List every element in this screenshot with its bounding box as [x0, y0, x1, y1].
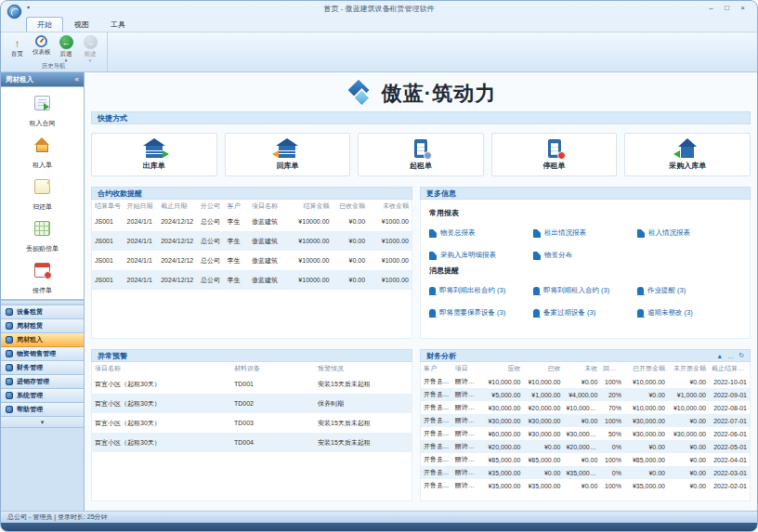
report-link[interactable]: 物资总报表	[429, 228, 533, 238]
shortcut-card[interactable]: 停租单	[491, 133, 618, 176]
cell: ¥10000.00	[287, 270, 333, 290]
sidebar-module-label: 周材租赁	[17, 321, 43, 331]
message-link[interactable]: 逾期未整改 (3)	[637, 308, 741, 318]
cell: 2022-05-01	[709, 440, 750, 453]
message-link[interactable]: 即将需要保养设备 (3)	[429, 308, 533, 318]
sidebar-shortcut[interactable]: 归还单	[1, 179, 84, 213]
column-header[interactable]: 截止日期	[158, 200, 198, 212]
finance-header: 财务分析 ▲ … ↻	[420, 349, 751, 362]
cell: 100%	[600, 414, 624, 427]
sidebar-options-button[interactable]: ▾	[1, 417, 84, 428]
column-header[interactable]: 预警情况	[315, 362, 412, 374]
table-row[interactable]: 开鲁县... 丽诗科... ¥35,000.00 ¥35,000.00 ¥0.0…	[421, 479, 750, 492]
report-link[interactable]: 物资分布	[533, 251, 637, 260]
table-row[interactable]: 开鲁县... 丽诗科... ¥60,000.00 ¥30,000.00 ¥30,…	[421, 427, 750, 440]
shortcut-card[interactable]: 出库单	[91, 133, 217, 176]
ribbon-button[interactable]: 仪表板	[31, 34, 53, 64]
cell: ¥0.00	[668, 414, 709, 427]
table-row[interactable]: 百宜小区（起租30天） TD002 保养到期	[92, 394, 412, 413]
table-row[interactable]: 百宜小区（起租30天） TD003 安装15天后未起租	[92, 413, 412, 433]
cell: 2024/12/12	[158, 231, 198, 251]
more-info-header: 更多信息	[420, 187, 751, 200]
minimize-button[interactable]: –	[704, 3, 718, 14]
column-header[interactable]: 已收	[523, 362, 563, 375]
shortcut-card[interactable]: 起租单	[358, 133, 484, 176]
message-link[interactable]: 即将到期出租合约 (3)	[429, 286, 533, 295]
shortcut-card[interactable]: 回库单	[225, 133, 351, 176]
column-header[interactable]: 未开票金额	[668, 362, 709, 375]
sidebar-module[interactable]: 财务管理	[1, 361, 84, 375]
ribbon-tab[interactable]: 开始	[26, 17, 63, 32]
app-logo-icon[interactable]	[7, 5, 21, 19]
ribbon-button[interactable]: 后退	[56, 34, 77, 64]
column-header[interactable]: 未收金额	[368, 200, 412, 212]
message-link-label: 即将到期租入合约 (3)	[543, 286, 609, 295]
cell: 2024/1/1	[124, 231, 159, 251]
message-link[interactable]: 备案过期设备 (3)	[533, 308, 637, 318]
column-header[interactable]: 客户	[421, 362, 452, 375]
column-header[interactable]: 项目名称	[92, 362, 231, 374]
message-link[interactable]: 作业提醒 (3)	[637, 286, 741, 295]
ribbon-button[interactable]: 首页	[7, 34, 28, 64]
sidebar-shortcut-icon	[34, 263, 50, 278]
sidebar-shortcut[interactable]: 租入单	[1, 137, 84, 171]
table-row[interactable]: JS001 2024/1/1 2024/12/12 总公司 李生 傲蓝建筑 ¥1…	[92, 231, 412, 251]
sidebar-shortcut[interactable]: 丢损赔偿单	[1, 221, 84, 254]
sidebar-module[interactable]: 进销存管理	[1, 375, 84, 389]
sidebar-shortcut[interactable]: 租入合同	[1, 96, 84, 129]
table-row[interactable]: JS001 2024/1/1 2024/12/12 总公司 李生 傲蓝建筑 ¥1…	[92, 251, 412, 270]
table-row[interactable]: 开鲁县... 丽诗科... ¥35,000.00 ¥0.00 ¥35,000.0…	[421, 466, 750, 479]
table-row[interactable]: JS001 2024/1/1 2024/12/12 总公司 李生 傲蓝建筑 ¥1…	[92, 270, 412, 290]
table-row[interactable]: 开鲁县... 丽诗科... ¥30,000.00 ¥30,000.00 ¥0.0…	[421, 414, 750, 427]
column-header[interactable]: 客户	[224, 200, 248, 212]
ribbon-tab[interactable]: 视图	[64, 18, 99, 32]
collapse-sidebar-icon[interactable]: «	[75, 75, 79, 84]
report-link[interactable]: 租出情况报表	[533, 228, 637, 238]
column-header[interactable]: 结算单号	[92, 200, 124, 212]
column-header[interactable]: 结算金额	[287, 200, 333, 212]
sidebar-module[interactable]: 帮助管理	[1, 403, 84, 417]
cell: 0%	[600, 466, 624, 479]
table-row[interactable]: JS001 2024/1/1 2024/12/12 总公司 李生 傲蓝建筑 ¥1…	[92, 212, 412, 231]
title-bar[interactable]: ▾ 首页 - 傲蓝建筑设备租赁管理软件 – □ ×	[1, 1, 757, 17]
table-row[interactable]: 开鲁县... 丽诗科... ¥10,000.00 ¥10,000.00 ¥0.0…	[421, 375, 750, 388]
refresh-icon[interactable]: ↻	[738, 352, 744, 359]
message-link[interactable]: 即将到期租入合约 (3)	[533, 286, 637, 295]
table-row[interactable]: 开鲁县... 丽诗科... ¥20,000.00 ¥0.00 ¥20,000.0…	[421, 440, 750, 453]
table-row[interactable]: 百宜小区（起租30天） TD004 安装15天后未起租	[92, 433, 412, 452]
cell: 丽诗科...	[452, 479, 482, 492]
sidebar-module[interactable]: 设备租赁	[1, 305, 84, 319]
column-header[interactable]: 回款率	[600, 362, 624, 375]
sidebar-shortcut[interactable]: 报停单	[1, 263, 84, 296]
ribbon-tab[interactable]: 工具	[100, 18, 136, 32]
column-header[interactable]: 应收	[481, 362, 523, 375]
table-row[interactable]: 开鲁县... 丽诗科... ¥30,000.00 ¥20,000.00 ¥10,…	[421, 401, 750, 414]
shortcut-card-icon	[542, 138, 567, 158]
column-header[interactable]: 开始日期	[124, 200, 159, 212]
sidebar-module[interactable]: 周材租赁	[1, 319, 84, 333]
table-row[interactable]: 开鲁县... 丽诗科... ¥5,000.00 ¥1,000.00 ¥4,000…	[421, 388, 750, 401]
collapse-panel-icon[interactable]: ▲	[716, 353, 723, 359]
column-header[interactable]: 已收金额	[332, 200, 368, 212]
column-header[interactable]: 已开票金额	[624, 362, 668, 375]
cell: 李生	[224, 212, 248, 231]
shortcut-card[interactable]: 采购入库单	[624, 133, 751, 176]
table-row[interactable]: 开鲁县... 丽诗科... ¥85,000.00 ¥85,000.00 ¥0.0…	[421, 453, 750, 466]
report-link[interactable]: 租入情况报表	[637, 228, 741, 238]
cell: 2024/12/12	[158, 212, 198, 231]
column-header[interactable]: 截止结算日期	[709, 362, 750, 375]
ribbon-button[interactable]: 前进	[80, 34, 101, 64]
column-header[interactable]: 未收	[563, 362, 600, 375]
sidebar-module[interactable]: 周材租入	[1, 333, 84, 347]
column-header[interactable]: 项目名称	[249, 200, 287, 212]
sidebar-module[interactable]: 系统管理	[1, 389, 84, 403]
close-button[interactable]: ×	[736, 3, 750, 14]
report-link[interactable]: 采购入库明细报表	[429, 251, 533, 260]
maximize-button[interactable]: □	[720, 3, 734, 14]
sidebar-module[interactable]: 物资销售管理	[1, 347, 84, 361]
table-row[interactable]: 百宜小区（起租30天） TD001 安装15天后未起租	[92, 374, 412, 394]
more-options-icon[interactable]: …	[727, 353, 734, 359]
column-header[interactable]: 材料设备	[231, 362, 315, 374]
column-header[interactable]: 项目	[452, 362, 482, 375]
column-header[interactable]: 分公司	[198, 200, 224, 212]
